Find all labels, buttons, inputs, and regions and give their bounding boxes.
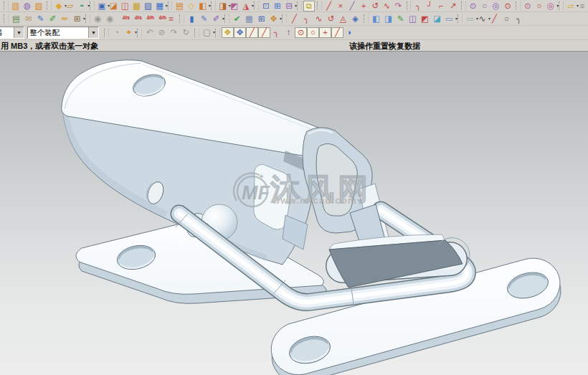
toolbar-icon[interactable]: ▤ bbox=[174, 1, 185, 11]
toolbar-icon[interactable]: ◍ bbox=[22, 1, 33, 11]
toolbar-icon[interactable]: ◔0/s bbox=[128, 14, 141, 24]
toolbar-grip-handle[interactable] bbox=[215, 29, 220, 37]
toolbar-icon[interactable]: ❖ bbox=[222, 27, 234, 38]
toolbar-icon[interactable]: ◨▾ bbox=[217, 1, 229, 11]
toolbar-icon[interactable]: ◩ bbox=[229, 1, 240, 11]
toolbar-icon[interactable]: ◧▾ bbox=[197, 1, 209, 11]
toolbar-icon[interactable]: ✥ bbox=[234, 27, 246, 38]
toolbar-icon[interactable]: ◗ bbox=[343, 27, 356, 38]
toolbar-icon[interactable]: ╮ bbox=[270, 27, 283, 38]
toolbar-icon[interactable]: ↑ bbox=[283, 27, 295, 38]
toolbar-icon[interactable]: ∿ bbox=[313, 14, 325, 24]
toolbar-icon[interactable]: ╱ bbox=[246, 27, 258, 38]
toolbar-icon[interactable]: ✦▾ bbox=[123, 27, 135, 38]
toolbar-icon[interactable]: + bbox=[319, 27, 331, 38]
toolbar-icon[interactable]: ▮ bbox=[186, 14, 198, 24]
toolbar-icon[interactable]: ╮ bbox=[513, 14, 525, 24]
toolbar-grip-handle[interactable] bbox=[90, 1, 95, 10]
toolbar-icon[interactable]: ⊟▾ bbox=[283, 1, 295, 11]
toolbar-icon[interactable]: ▦ bbox=[243, 14, 255, 24]
toolbar-icon[interactable]: ✎ bbox=[394, 14, 407, 24]
toolbar-icon[interactable]: ╱ bbox=[258, 27, 270, 38]
selection-scope-dropdown[interactable]: 整个装配 ▼ bbox=[27, 27, 99, 39]
toolbar-icon[interactable]: ▦▾ bbox=[154, 1, 166, 11]
toolbar-icon[interactable]: ◫ bbox=[119, 1, 131, 11]
toolbar-grip-handle[interactable] bbox=[168, 1, 173, 10]
toolbar-icon[interactable]: ▱▾ bbox=[565, 1, 577, 11]
toolbar-grip-handle[interactable] bbox=[461, 1, 466, 10]
toolbar-icon[interactable]: ✎ bbox=[198, 14, 210, 24]
toolbar-icon[interactable]: ✎ bbox=[34, 14, 47, 24]
toolbar-icon[interactable]: ○ bbox=[479, 1, 490, 11]
toolbar-icon[interactable]: ⊘ bbox=[156, 27, 168, 38]
toolbar-icon[interactable]: ⊙ bbox=[468, 1, 479, 11]
toolbar-icon[interactable]: ↺ bbox=[325, 14, 337, 24]
toolbar-icon[interactable]: ◓▾ bbox=[76, 1, 87, 11]
toolbar-grip-handle[interactable] bbox=[282, 14, 287, 23]
toolbar-grip-handle[interactable] bbox=[4, 1, 9, 10]
toolbar-icon[interactable]: ◇ bbox=[186, 1, 197, 11]
toolbar-icon[interactable]: × bbox=[335, 1, 346, 11]
toolbar-icon[interactable]: + bbox=[358, 1, 369, 11]
toolbar-icon[interactable]: ✏ bbox=[59, 14, 71, 24]
toolbar-icon[interactable]: ◬ bbox=[337, 14, 349, 24]
toolbar-icon[interactable]: ▨ bbox=[142, 1, 153, 11]
toolbar-icon[interactable]: ◧ bbox=[370, 14, 382, 24]
toolbar-icon[interactable]: ⊙ bbox=[502, 1, 513, 11]
toolbar-icon[interactable]: ∿▾ bbox=[476, 14, 488, 24]
toolbar-icon[interactable]: ⧉ bbox=[303, 1, 315, 11]
toolbar-icon[interactable]: ◔ bbox=[110, 27, 123, 38]
toolbar-grip-handle[interactable] bbox=[179, 14, 184, 23]
toolbar-icon[interactable]: ◩ bbox=[419, 14, 431, 24]
toolbar-grip-handle[interactable] bbox=[297, 1, 302, 10]
toolbar-grip-handle[interactable] bbox=[211, 1, 216, 10]
toolbar-icon[interactable]: ↺ bbox=[369, 1, 381, 11]
toolbar-icon[interactable]: ◫ bbox=[407, 14, 419, 24]
toolbar-grip-handle[interactable] bbox=[47, 1, 52, 10]
toolbar-icon[interactable]: ≡ bbox=[577, 1, 588, 11]
toolbar-icon[interactable]: ≡ bbox=[165, 14, 177, 24]
chevron-down-icon[interactable]: ▼ bbox=[88, 27, 98, 38]
toolbar-grip-handle[interactable] bbox=[407, 1, 412, 10]
toolbar-icon[interactable]: ⊡ bbox=[260, 1, 272, 11]
toolbar-icon[interactable]: ▭▾ bbox=[464, 14, 476, 24]
toolbar-grip-handle[interactable] bbox=[85, 14, 90, 23]
toolbar-icon[interactable]: ◉ bbox=[92, 14, 104, 24]
toolbar-icon[interactable]: ╱ bbox=[323, 1, 335, 11]
toolbar-icon[interactable]: ↻ bbox=[180, 27, 192, 38]
toolbar-icon[interactable]: ↗ bbox=[447, 1, 459, 11]
toolbar-grip-handle[interactable] bbox=[317, 1, 322, 10]
toolbar-icon[interactable]: ◔0/h bbox=[141, 14, 153, 24]
chevron-down-icon[interactable]: ▼ bbox=[14, 27, 24, 38]
toolbar-icon[interactable]: ↷ bbox=[392, 1, 404, 11]
toolbar-icon[interactable]: ▱ bbox=[65, 1, 76, 11]
toolbar-icon[interactable]: ◪ bbox=[108, 1, 119, 11]
toolbar-icon[interactable]: ✐ bbox=[47, 14, 59, 24]
toolbar-icon[interactable]: ⊞▾ bbox=[71, 14, 83, 24]
toolbar-icon[interactable]: ○ bbox=[307, 27, 319, 38]
toolbar-icon[interactable]: ⊞ bbox=[272, 1, 283, 11]
viewport-3d[interactable]: ✦ MF 沐风网 www.mfcad.com bbox=[0, 52, 588, 375]
toolbar-icon[interactable]: ✔ bbox=[231, 14, 243, 24]
toolbar-icon[interactable]: ▩ bbox=[131, 1, 142, 11]
toolbar-icon[interactable]: ○ bbox=[534, 1, 545, 11]
toolbar-icon[interactable]: ◎▾ bbox=[545, 1, 556, 11]
toolbar-grip-handle[interactable] bbox=[457, 14, 463, 23]
toolbar-icon[interactable]: ◔0/s bbox=[116, 14, 128, 24]
toolbar-grip-handle[interactable] bbox=[254, 1, 259, 10]
toolbar-grip-handle[interactable] bbox=[137, 29, 142, 37]
toolbar-grip-handle[interactable] bbox=[559, 1, 564, 10]
toolbar-icon[interactable]: ▣▾ bbox=[96, 1, 108, 11]
toolbar-grip-handle[interactable] bbox=[194, 29, 199, 37]
toolbar-icon[interactable]: ◮▾ bbox=[240, 1, 252, 11]
toolbar-grip-handle[interactable] bbox=[4, 14, 9, 23]
selection-filter-dropdown[interactable]: 器 ▼ bbox=[0, 27, 24, 39]
toolbar-icon[interactable]: ◈ bbox=[349, 14, 361, 24]
toolbar-icon[interactable]: ▥ bbox=[10, 1, 22, 11]
toolbar-icon[interactable]: ⊙ bbox=[522, 1, 534, 11]
model-canvas[interactable]: ✦ MF 沐风网 www.mfcad.com bbox=[0, 52, 588, 375]
toolbar-icon[interactable]: ∿ bbox=[381, 1, 392, 11]
toolbar-grip-handle[interactable] bbox=[516, 1, 521, 10]
toolbar-grip-handle[interactable] bbox=[104, 29, 109, 37]
toolbar-icon[interactable]: ╱ bbox=[288, 14, 300, 24]
